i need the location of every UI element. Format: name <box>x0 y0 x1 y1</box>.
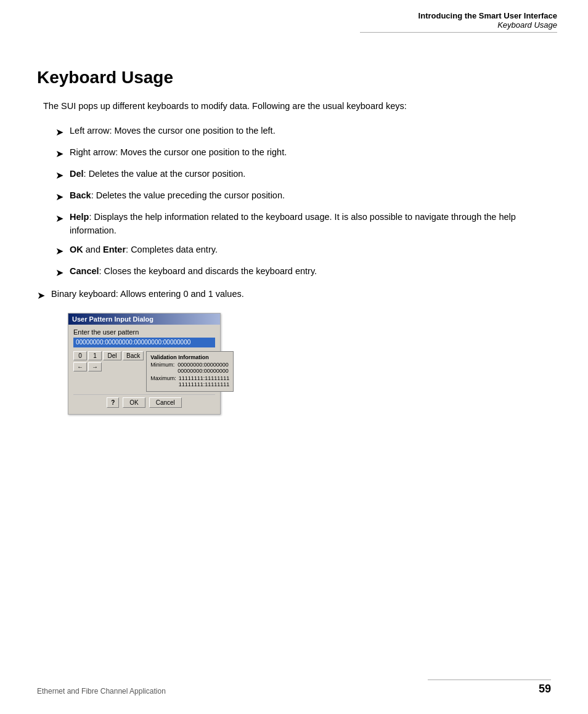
one-button[interactable]: 1 <box>88 351 102 360</box>
validation-min-row: Minimum: 00000000:00000000 00000000:0000… <box>150 362 229 374</box>
cancel-button[interactable]: Cancel <box>149 397 182 408</box>
bullet-text-2: Right arrow: Moves the cursor one positi… <box>70 146 551 160</box>
validation-panel: Validation Information Minimum: 00000000… <box>146 351 234 392</box>
min-label: Minimum: <box>150 362 175 374</box>
dialog-buttons-panel: 0 1 Del Back ← → <box>73 351 144 392</box>
page-footer: Ethernet and Fibre Channel Application 5… <box>37 680 551 696</box>
btn-row-1: 0 1 Del Back <box>73 351 144 360</box>
bullet-text-1: Left arrow: Moves the cursor one positio… <box>70 124 551 138</box>
dialog-input-display: 00000000:00000000:00000000:00000000 <box>73 338 215 347</box>
footer-divider <box>428 680 551 680</box>
list-item-back: ➤ Back: Deletes the value preceding the … <box>55 189 551 205</box>
arrow-icon-6: ➤ <box>55 244 63 259</box>
validation-max-row: Maximum: 11111111:11111111 11111111:1111… <box>150 375 229 387</box>
del-button[interactable]: Del <box>103 351 121 360</box>
left-arrow-button[interactable]: ← <box>73 362 87 371</box>
intro-paragraph: The SUI pops up different keyboards to m… <box>43 100 551 113</box>
dialog-box: User Pattern Input Dialog Enter the user… <box>68 313 221 415</box>
list-item-cancel: ➤ Cancel: Closes the keyboard and discar… <box>55 265 551 280</box>
bullet-text-7: Cancel: Closes the keyboard and discards… <box>70 265 551 278</box>
arrow-icon-5: ➤ <box>55 211 63 226</box>
arrow-icon-3: ➤ <box>55 168 63 183</box>
dialog-screenshot-container: User Pattern Input Dialog Enter the user… <box>68 313 551 415</box>
list-item-ok-enter: ➤ OK and Enter: Completes data entry. <box>55 243 551 259</box>
bullet-text-5: Help: Displays the help information rela… <box>70 211 551 238</box>
bullet-text-3: Del: Deletes the value at the cursor pos… <box>70 168 551 181</box>
help-button[interactable]: ? <box>107 397 119 408</box>
page-container: Introducing the Smart User Interface Key… <box>0 0 588 714</box>
arrow-icon-1: ➤ <box>55 125 63 140</box>
bullet-text-4: Back: Deletes the value preceding the cu… <box>70 189 551 203</box>
list-item-help: ➤ Help: Displays the help information re… <box>55 211 551 238</box>
zero-button[interactable]: 0 <box>73 351 87 360</box>
footer-right: 59 <box>428 680 551 696</box>
btn-row-2: ← → <box>73 362 144 371</box>
dialog-label: Enter the user pattern <box>73 328 215 336</box>
arrow-icon-7: ➤ <box>55 266 63 280</box>
right-arrow-button[interactable]: → <box>88 362 102 371</box>
bullet-text-binary: Binary keyboard: Allows entering 0 and 1… <box>51 288 551 301</box>
bullet-text-6: OK and Enter: Completes data entry. <box>70 243 551 257</box>
dialog-footer: ? OK Cancel <box>73 394 215 410</box>
list-item-del: ➤ Del: Deletes the value at the cursor p… <box>55 168 551 183</box>
arrow-icon-4: ➤ <box>55 190 63 205</box>
max-value: 11111111:11111111 11111111:11111111 <box>179 375 230 387</box>
header-title: Introducing the Smart User Interface <box>360 11 557 20</box>
list-item-left-arrow: ➤ Left arrow: Moves the cursor one posit… <box>55 124 551 140</box>
keyboard-keys-list: ➤ Left arrow: Moves the cursor one posit… <box>55 124 551 281</box>
back-button[interactable]: Back <box>123 351 144 360</box>
header-subtitle: Keyboard Usage <box>360 20 557 30</box>
max-label: Maximum: <box>150 375 176 387</box>
footer-left-text: Ethernet and Fibre Channel Application <box>37 687 166 696</box>
min-value: 00000000:00000000 00000000:00000000 <box>178 362 229 374</box>
dialog-titlebar: User Pattern Input Dialog <box>68 314 220 325</box>
header-divider <box>360 32 557 33</box>
ok-button[interactable]: OK <box>123 397 145 408</box>
main-content: Keyboard Usage The SUI pops up different… <box>37 68 551 415</box>
arrow-icon-2: ➤ <box>55 147 63 161</box>
list-item-right-arrow: ➤ Right arrow: Moves the cursor one posi… <box>55 146 551 161</box>
validation-title: Validation Information <box>150 354 229 360</box>
arrow-icon-8: ➤ <box>37 288 45 303</box>
outer-bullet-binary: ➤ Binary keyboard: Allows entering 0 and… <box>37 288 551 303</box>
page-title: Keyboard Usage <box>37 68 551 87</box>
page-header: Introducing the Smart User Interface Key… <box>360 11 557 33</box>
page-number: 59 <box>539 683 551 696</box>
dialog-inner-panel: 0 1 Del Back ← → Vali <box>73 351 215 392</box>
dialog-body: Enter the user pattern 00000000:00000000… <box>68 325 220 414</box>
